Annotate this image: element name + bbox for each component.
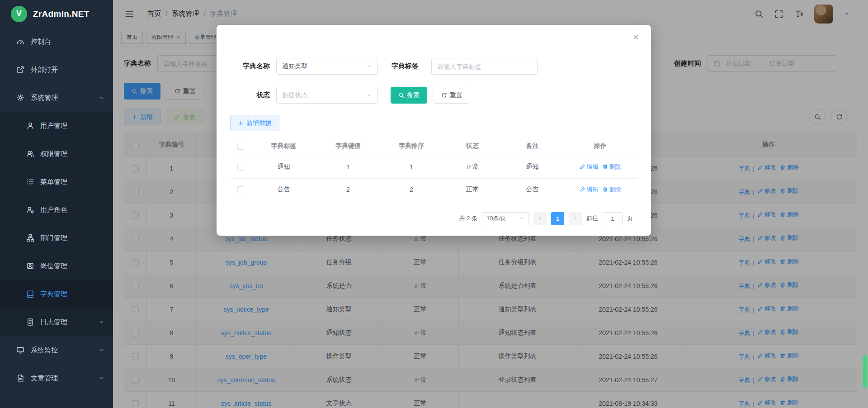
- prev-page-button[interactable]: [533, 212, 547, 225]
- article-icon: [16, 374, 24, 382]
- menu-label: 岗位管理: [40, 262, 67, 270]
- menu-label: 系统管理: [31, 94, 58, 102]
- table-row: 通知 1 1 正常 通知 编辑删除: [230, 156, 637, 178]
- dict-data-table: 字典标签 字典键值 字典排序 状态 备注 操作 通知 1 1 正常 通知 编辑删…: [230, 137, 637, 201]
- status-select[interactable]: 数据状态: [276, 87, 378, 104]
- column-header: 字典排序: [380, 137, 443, 156]
- menu-label: 系统监控: [31, 346, 58, 355]
- cell-status: 正常: [443, 156, 502, 178]
- user-icon: [26, 122, 34, 130]
- dialog-filter-row: 字典名称 通知类型 字典标签: [230, 58, 637, 75]
- sidebar-item-articles[interactable]: 文章管理: [0, 364, 113, 392]
- sidebar-item-posts[interactable]: 岗位管理: [0, 252, 113, 280]
- pagination: 共 2 条 10条/页 1 前往 页: [230, 212, 637, 225]
- post-badge-icon: [26, 262, 34, 270]
- menu-label: 控制台: [31, 38, 51, 46]
- chevron-down-icon: [519, 216, 524, 221]
- menu-label: 外部打开: [31, 66, 58, 74]
- external-link-icon: [16, 66, 24, 74]
- menu-label: 日志管理: [40, 318, 67, 327]
- chevron-up-icon: [99, 95, 104, 100]
- cell-dict-label: 通知: [251, 156, 316, 178]
- sidebar-item-logs[interactable]: 日志管理: [0, 308, 113, 336]
- goto-page-input[interactable]: [603, 212, 623, 225]
- dict-data-dialog: 字典名称 通知类型 字典标签 状态 数据状态 搜索 重置 新增数据 字典标签 字…: [217, 25, 651, 236]
- dictionary-book-icon: [26, 290, 34, 298]
- edit-link[interactable]: 编辑: [580, 185, 599, 194]
- sidebar-item-menus[interactable]: 菜单管理: [0, 168, 113, 196]
- cell-dict-value: 2: [316, 178, 380, 201]
- table-row: 公告 2 2 正常 公告 编辑删除: [230, 178, 637, 201]
- menu-label: 部门管理: [40, 234, 67, 242]
- goto-unit: 页: [627, 214, 633, 223]
- current-page[interactable]: 1: [551, 212, 564, 225]
- sidebar-item-dictionary[interactable]: 字典管理: [0, 280, 113, 308]
- sidebar-item-external[interactable]: 外部打开: [0, 56, 113, 84]
- delete-link[interactable]: 删除: [602, 185, 621, 194]
- cell-remark: 通知: [502, 156, 563, 178]
- sidebar-item-permissions[interactable]: 权限管理: [0, 140, 113, 168]
- pagination-total: 共 2 条: [459, 214, 477, 223]
- menu-label: 菜单管理: [40, 178, 67, 186]
- dict-name-label: 字典名称: [230, 62, 270, 71]
- app-title: ZrAdmin.NET: [33, 9, 90, 19]
- chevron-down-icon: [367, 93, 372, 98]
- menu-label: 用户管理: [40, 122, 67, 130]
- chevron-down-icon: [99, 319, 104, 325]
- column-header: 状态: [443, 137, 502, 156]
- app-logo: V ZrAdmin.NET: [0, 0, 113, 28]
- sidebar-item-departments[interactable]: 部门管理: [0, 224, 113, 252]
- add-data-button[interactable]: 新增数据: [230, 115, 279, 131]
- sidebar-item-user-roles[interactable]: 用户角色: [0, 196, 113, 224]
- menu-label: 权限管理: [40, 150, 67, 158]
- select-all-checkbox[interactable]: [237, 143, 244, 150]
- edit-link[interactable]: 编辑: [580, 163, 599, 171]
- next-page-button[interactable]: [569, 212, 582, 225]
- column-header: 字典键值: [316, 137, 380, 156]
- chevron-down-icon: [99, 347, 104, 353]
- sidebar-item-users[interactable]: 用户管理: [0, 112, 113, 140]
- page-size-select[interactable]: 10条/页: [482, 212, 529, 225]
- org-tree-icon: [26, 234, 34, 242]
- dict-tag-label: 字典标签: [392, 62, 419, 71]
- menu-label: 文章管理: [31, 374, 58, 383]
- dialog-search-button[interactable]: 搜索: [391, 87, 427, 104]
- cell-dict-value: 1: [316, 156, 380, 178]
- goto-label: 前往: [586, 214, 598, 223]
- close-icon[interactable]: [632, 34, 639, 41]
- row-checkbox[interactable]: [237, 186, 244, 193]
- logo-icon: V: [11, 6, 27, 22]
- dict-tag-input[interactable]: [431, 58, 538, 75]
- scrollbar-thumb[interactable]: [863, 355, 867, 388]
- sidebar-item-system[interactable]: 系统管理: [0, 84, 113, 112]
- row-checkbox[interactable]: [237, 164, 244, 171]
- log-icon: [26, 318, 34, 326]
- dialog-reset-button[interactable]: 重置: [434, 87, 470, 104]
- column-header: 备注: [502, 137, 563, 156]
- user-role-icon: [26, 206, 34, 214]
- sidebar-item-console[interactable]: 控制台: [0, 28, 113, 56]
- cell-dict-label: 公告: [251, 178, 316, 201]
- sidebar-menu: 控制台 外部打开 系统管理 用户管理 权限管理: [0, 28, 113, 392]
- cell-remark: 公告: [502, 178, 563, 201]
- delete-link[interactable]: 删除: [602, 163, 621, 171]
- sidebar: V ZrAdmin.NET 控制台 外部打开 系统管理 用户管理: [0, 0, 113, 408]
- cell-dict-sort: 1: [380, 156, 443, 178]
- chevron-down-icon: [367, 64, 372, 69]
- gear-icon: [16, 94, 24, 102]
- chevron-down-icon: [99, 375, 104, 381]
- cell-dict-sort: 2: [380, 178, 443, 201]
- dialog-filter-row2: 状态 数据状态 搜索 重置: [230, 87, 637, 104]
- status-label: 状态: [230, 91, 270, 100]
- cell-status: 正常: [443, 178, 502, 201]
- column-header: 操作: [563, 137, 637, 156]
- monitor-icon: [16, 346, 24, 354]
- dict-name-select[interactable]: 通知类型: [276, 58, 378, 75]
- list-icon: [26, 178, 34, 186]
- table-header-row: 字典标签 字典键值 字典排序 状态 备注 操作: [230, 137, 637, 156]
- menu-label: 用户角色: [40, 206, 67, 214]
- sidebar-item-monitor[interactable]: 系统监控: [0, 336, 113, 364]
- system-submenu: 用户管理 权限管理 菜单管理 用户角色 部门管理: [0, 112, 113, 336]
- menu-label: 字典管理: [40, 290, 67, 299]
- dashboard-icon: [16, 38, 24, 46]
